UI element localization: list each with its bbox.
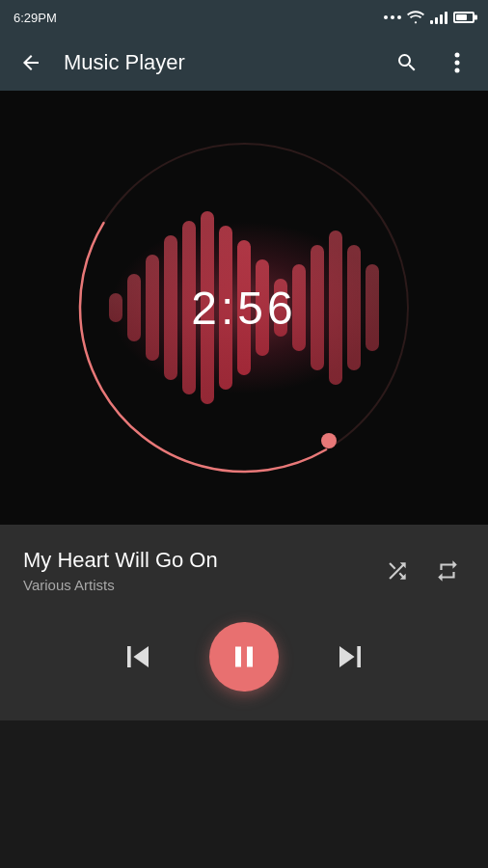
status-icons bbox=[384, 11, 474, 24]
wifi-icon bbox=[407, 11, 424, 24]
more-options-button[interactable] bbox=[440, 45, 474, 80]
battery-fill bbox=[456, 14, 467, 20]
back-button[interactable] bbox=[14, 45, 48, 80]
search-button[interactable] bbox=[390, 45, 424, 80]
signal-bars bbox=[430, 11, 447, 24]
svg-point-1 bbox=[455, 61, 460, 66]
svg-point-2 bbox=[455, 68, 460, 73]
app-bar: Music Player bbox=[0, 35, 488, 91]
bar2 bbox=[435, 17, 438, 24]
dot1 bbox=[384, 15, 388, 19]
track-info: My Heart Will Go On Various Artists bbox=[23, 548, 218, 593]
shuffle-button[interactable] bbox=[380, 554, 415, 588]
visualizer-section: 2:56 bbox=[0, 91, 488, 525]
time-display: 2:56 bbox=[191, 282, 296, 335]
dot2 bbox=[391, 15, 394, 19]
next-button[interactable] bbox=[327, 634, 373, 680]
controls-row bbox=[23, 612, 465, 701]
repeat-button[interactable] bbox=[430, 554, 465, 588]
previous-button[interactable] bbox=[115, 634, 161, 680]
signal-dots bbox=[384, 15, 401, 19]
bar1 bbox=[430, 20, 433, 24]
track-info-row: My Heart Will Go On Various Artists bbox=[23, 548, 465, 593]
play-pause-button[interactable] bbox=[209, 622, 279, 692]
svg-point-5 bbox=[321, 433, 337, 448]
bar3 bbox=[440, 14, 443, 24]
track-actions bbox=[380, 554, 465, 588]
track-title: My Heart Will Go On bbox=[23, 548, 218, 573]
bar4 bbox=[445, 12, 447, 24]
battery-icon bbox=[453, 12, 474, 23]
svg-point-0 bbox=[455, 53, 460, 58]
status-time: 6:29PM bbox=[14, 11, 57, 25]
status-bar: 6:29PM bbox=[0, 0, 488, 35]
track-artist: Various Artists bbox=[23, 577, 218, 593]
app-title: Music Player bbox=[64, 50, 374, 75]
bottom-panel: My Heart Will Go On Various Artists bbox=[0, 525, 488, 720]
dot3 bbox=[397, 15, 401, 19]
